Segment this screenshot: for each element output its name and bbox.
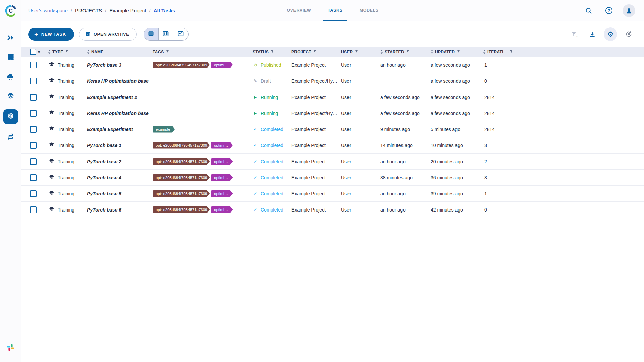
select-all-checkbox[interactable] xyxy=(30,49,36,55)
tab-overview[interactable]: OVERVIEW xyxy=(282,0,316,21)
row-checkbox[interactable] xyxy=(30,110,37,117)
row-checkbox[interactable] xyxy=(30,62,37,68)
filter-icon[interactable] xyxy=(457,49,460,54)
settings-gear-icon[interactable]: ⚙ xyxy=(604,27,617,41)
tab-models[interactable]: MODELS xyxy=(355,0,383,21)
sidebar-item-expand[interactable] xyxy=(3,32,18,45)
new-task-button[interactable]: + NEW TASK xyxy=(28,28,74,41)
auto-refresh-icon[interactable] xyxy=(622,27,635,41)
name-cell[interactable]: Example Experiment xyxy=(87,127,153,132)
table-row[interactable]: TrainingPyTorch base 1opt: e205d684f7954… xyxy=(21,137,644,154)
project-cell-value: Example Project xyxy=(291,159,326,164)
name-cell[interactable]: Keras HP optimization base xyxy=(87,78,153,84)
status-label: Completed xyxy=(261,191,283,196)
tab-tasks[interactable]: TASKS xyxy=(323,0,347,21)
tag-badge[interactable]: opt: e205d684f7954571a7309… xyxy=(153,174,210,181)
name-cell[interactable]: PyTorch base 2 xyxy=(87,159,153,164)
iterations-cell: 3 xyxy=(481,175,644,180)
sort-icon[interactable] xyxy=(380,50,383,54)
started-cell-value: a few seconds ago xyxy=(380,111,420,116)
table-row[interactable]: TrainingPyTorch base 4opt: e205d684f7954… xyxy=(21,170,644,186)
tag-badge[interactable]: optimi… xyxy=(211,174,233,181)
sidebar-item-projects[interactable] xyxy=(3,109,18,124)
breadcrumb-item[interactable]: User's workspace xyxy=(28,8,68,13)
row-checkbox[interactable] xyxy=(30,190,37,197)
tag-badge[interactable]: opt: e205d684f7954571a7309… xyxy=(153,142,210,149)
table-row[interactable]: TrainingKeras HP optimization base✎Draft… xyxy=(21,73,644,89)
table-row[interactable]: TrainingPyTorch base 2opt: e205d684f7954… xyxy=(21,154,644,170)
table-row[interactable]: TrainingPyTorch base 6opt: e205d684f7954… xyxy=(21,202,644,218)
tag-badge[interactable]: opt: e205d684f7954571a7309… xyxy=(153,190,210,197)
sort-icon[interactable] xyxy=(87,50,90,54)
detail-view-button[interactable] xyxy=(159,28,173,40)
filter-icon[interactable] xyxy=(166,49,169,54)
row-checkbox[interactable] xyxy=(30,78,37,84)
row-checkbox[interactable] xyxy=(30,126,37,133)
user-avatar[interactable] xyxy=(623,4,635,17)
clear-filters-icon[interactable]: x xyxy=(568,27,581,41)
table-row[interactable]: TrainingKeras HP optimization base▶Runni… xyxy=(21,105,644,121)
sort-icon[interactable] xyxy=(483,50,486,54)
search-icon[interactable] xyxy=(582,4,595,17)
sidebar-item-queues[interactable] xyxy=(3,51,18,64)
sidebar-item-pipelines[interactable] xyxy=(3,130,18,143)
user-cell: User xyxy=(341,207,380,213)
tag-badge[interactable]: opt: e205d684f7954571a7309… xyxy=(153,158,210,165)
svg-text:?: ? xyxy=(607,8,610,13)
name-cell[interactable]: PyTorch base 1 xyxy=(87,143,153,148)
name-cell[interactable]: Example Experiment 2 xyxy=(87,95,153,100)
name-cell[interactable]: PyTorch base 5 xyxy=(87,191,153,196)
row-select-cell xyxy=(21,94,47,101)
tag-badge[interactable]: optimi… xyxy=(211,158,233,165)
breadcrumb-item[interactable]: Example Project xyxy=(109,8,146,13)
table-row[interactable]: TrainingPyTorch base 5opt: e205d684f7954… xyxy=(21,186,644,202)
table-view-icon xyxy=(148,30,154,38)
compare-view-button[interactable] xyxy=(173,28,188,40)
row-checkbox[interactable] xyxy=(30,158,37,165)
name-cell[interactable]: PyTorch base 6 xyxy=(87,207,153,213)
training-type-icon xyxy=(48,141,55,149)
status-label: Completed xyxy=(261,143,283,148)
tag-badge[interactable]: optimi… xyxy=(211,142,233,149)
training-type-icon xyxy=(48,190,55,197)
table-row[interactable]: TrainingPyTorch base 3opt: e205d684f7954… xyxy=(21,57,644,73)
caret-down-icon[interactable]: ▾ xyxy=(38,50,40,54)
filter-icon[interactable] xyxy=(355,49,358,54)
filter-icon[interactable] xyxy=(509,49,513,54)
help-icon[interactable]: ? xyxy=(602,4,615,17)
sidebar-item-cloud-services[interactable] xyxy=(3,70,18,84)
started-cell-value: an hour ago xyxy=(380,191,406,196)
name-cell[interactable]: Keras HP optimization base xyxy=(87,111,153,116)
breadcrumb-item[interactable]: PROJECTS xyxy=(75,8,102,13)
table-row[interactable]: TrainingExample Experiment 2▶RunningExam… xyxy=(21,89,644,105)
training-type-icon xyxy=(48,125,55,133)
filter-icon[interactable] xyxy=(65,49,69,54)
started-cell: an hour ago xyxy=(380,191,431,196)
name-cell[interactable]: PyTorch base 3 xyxy=(87,62,153,68)
sort-icon[interactable] xyxy=(48,50,51,54)
name-cell[interactable]: PyTorch base 4 xyxy=(87,175,153,180)
sidebar-item-slack[interactable] xyxy=(3,341,18,355)
open-archive-button[interactable]: OPEN ARCHIVE xyxy=(79,28,137,41)
sort-icon[interactable] xyxy=(431,50,433,54)
tag-badge[interactable]: optimi… xyxy=(211,190,233,197)
tag-badge[interactable]: example xyxy=(153,126,175,133)
table-row[interactable]: TrainingExample Experimentexample✓Comple… xyxy=(21,121,644,137)
tag-badge[interactable]: opt: e205d684f7954571a7309… xyxy=(153,62,210,68)
row-checkbox[interactable] xyxy=(30,206,37,213)
tag-badge[interactable]: opt: e205d684f7954571a7309… xyxy=(153,206,210,213)
table-view-button[interactable] xyxy=(144,28,159,40)
clearml-logo[interactable]: C xyxy=(4,4,17,19)
row-checkbox[interactable] xyxy=(30,142,37,149)
filter-icon[interactable] xyxy=(270,49,274,54)
tag-badge[interactable]: optimi… xyxy=(211,62,233,68)
column-label: TYPE xyxy=(52,50,63,54)
row-checkbox[interactable] xyxy=(30,174,37,181)
sidebar-item-datasets[interactable] xyxy=(3,90,18,103)
download-icon[interactable] xyxy=(586,27,599,41)
type-label: Training xyxy=(58,191,74,196)
tag-badge[interactable]: optimi… xyxy=(211,206,233,213)
filter-icon[interactable] xyxy=(406,49,410,54)
row-checkbox[interactable] xyxy=(30,94,37,101)
filter-icon[interactable] xyxy=(313,49,317,54)
